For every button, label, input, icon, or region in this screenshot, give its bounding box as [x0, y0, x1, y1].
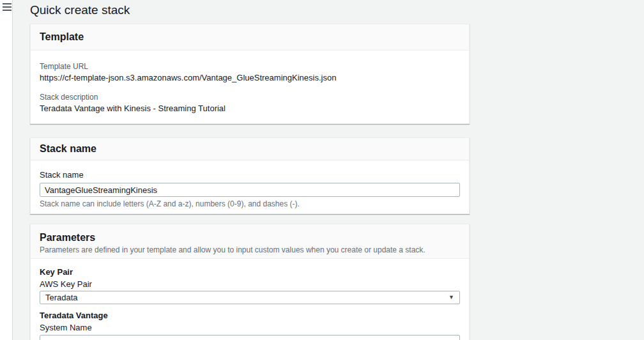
parameters-section-description: Parameters are defined in your template …	[40, 245, 460, 255]
stack-name-section-title: Stack name	[40, 143, 460, 155]
template-section-title: Template	[40, 31, 460, 43]
stack-name-helper-text: Stack name can include letters (A-Z and …	[40, 199, 460, 208]
stack-name-input[interactable]	[40, 183, 460, 197]
system-name-input[interactable]	[40, 335, 460, 340]
page-title: Quick create stack	[30, 3, 644, 18]
template-section-header: Template	[31, 24, 469, 50]
system-name-label: System Name	[40, 323, 460, 333]
param-group-key-pair: Key Pair AWS Key Pair Teradata ▼	[40, 267, 460, 304]
parameters-section-body: Key Pair AWS Key Pair Teradata ▼ Teradat…	[31, 259, 469, 340]
stack-description-label: Stack description	[40, 93, 460, 102]
aws-key-pair-select[interactable]: Teradata ▼	[40, 291, 460, 304]
key-pair-group-title: Key Pair	[40, 267, 460, 277]
parameters-section-title: Parameters	[40, 232, 460, 243]
stack-description-field: Stack description Teradata Vantage with …	[40, 93, 460, 113]
stack-name-section-header: Stack name	[31, 138, 469, 160]
template-url-field: Template URL https://cf-template-json.s3…	[40, 62, 460, 82]
template-section-body: Template URL https://cf-template-json.s3…	[31, 50, 469, 123]
template-url-value: https://cf-template-json.s3.amazonaws.co…	[40, 73, 460, 82]
template-url-label: Template URL	[40, 62, 460, 71]
parameters-section: Parameters Parameters are defined in you…	[30, 224, 470, 340]
stack-name-section: Stack name Stack name Stack name can inc…	[30, 137, 470, 214]
template-section: Template Template URL https://cf-templat…	[30, 24, 470, 124]
aws-key-pair-label: AWS Key Pair	[40, 279, 460, 290]
param-group-teradata-vantage: Teradata Vantage System Name	[40, 311, 460, 340]
aws-key-pair-selected-value: Teradata	[45, 293, 78, 302]
caret-down-icon: ▼	[448, 295, 454, 300]
stack-name-section-body: Stack name Stack name can include letter…	[31, 160, 469, 213]
hamburger-icon[interactable]	[3, 3, 12, 11]
stack-description-value: Teradata Vantage with Kinesis - Streamin…	[40, 104, 460, 113]
stack-name-label: Stack name	[40, 170, 460, 180]
main-content: Quick create stack Template Template URL…	[13, 0, 644, 340]
teradata-vantage-group-title: Teradata Vantage	[40, 311, 460, 321]
collapsed-sidebar	[0, 0, 13, 340]
parameters-section-header: Parameters Parameters are defined in you…	[31, 224, 469, 259]
